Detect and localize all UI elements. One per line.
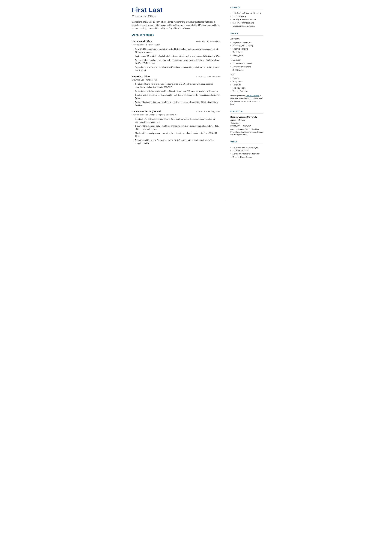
contact-email: email@resumeworded.com [231, 18, 263, 21]
job-2-bullet-3: Created an individualized reintegration … [132, 94, 220, 100]
contact-location: Little Rock, AR (Open to Remote) [231, 12, 263, 15]
job-3-bullet-1: Detained over 780 shoplifters until law … [132, 118, 220, 124]
other-item-4: Security Threat Groups [231, 155, 263, 159]
job-3-bullet-3: Monitored 11 security cameras covering t… [132, 132, 220, 138]
job-3-bullet-4: Detected and blocked traffic routes used… [132, 139, 220, 145]
contact-github: github.com/resumeworded [231, 24, 263, 28]
job-2-company: Growthsi, San Francisco, CA [132, 78, 220, 82]
skill-firearms-handling: Firearms Handling [231, 47, 263, 50]
edu-location: Boston, MA — May 2010 [231, 125, 263, 127]
work-experience-section-title: WORK EXPERIENCE [132, 34, 220, 37]
tools-list: Firearm Body Armor Handcuffs Two-way Rad… [231, 77, 263, 93]
skill-surveillance: Surveillance [231, 50, 263, 54]
education-section-title: EDUCATION [231, 110, 263, 113]
tool-body-armor: Body Armor [231, 80, 263, 83]
other-list: Certified Corrections Manager. Certified… [231, 146, 263, 159]
education-section: EDUCATION Resume Worded University Assoc… [231, 110, 263, 136]
other-item-1: Certified Corrections Manager. [231, 146, 263, 149]
job-3-bullet-2: Observed the shopping activities of 1.3K… [132, 125, 220, 131]
job-2-title: Probation Officer [132, 75, 150, 78]
candidate-title: Correctional Officer [132, 14, 220, 19]
job-1-bullet-2: Implemented 17 institutional policies in… [132, 55, 220, 58]
other-item-2: Certified Jail Officer. [231, 149, 263, 152]
job-1-bullet-4: Supervised the training and certificatio… [132, 66, 220, 72]
job-1-dates: November 2015 – Present [196, 40, 220, 43]
edu-awards: Awards: Resume Worded Teaching Fellow (o… [231, 128, 263, 136]
hard-skills-list: Inspection (Advanced) Patrolling (Experi… [231, 41, 263, 57]
tool-handcuffs: Handcuffs [231, 83, 263, 86]
job-1-bullets: Surveilled 28 dangerous areas within the… [132, 48, 220, 72]
other-item-3: Certified Corrections Supervisor [231, 152, 263, 155]
job-3-company: Resume Worded's Exciting Company, New Yo… [132, 113, 220, 116]
skill-patrolling: Patrolling (Experienced) [231, 44, 263, 47]
technique-self-defense: Self Defense [231, 69, 263, 72]
job-3: Undercover Security Guard June 2010 – Ja… [132, 110, 220, 145]
candidate-summary: Correctional officer with 10 years of ex… [132, 20, 220, 30]
contact-phone: +1-234-456-789 [231, 15, 263, 18]
resume-worded-link[interactable]: Resume Worded [246, 95, 259, 97]
other-section: OTHER Certified Corrections Manager. Cer… [231, 140, 263, 159]
edu-degree: Associate Degree [231, 119, 263, 122]
hard-skills-label: Hard Skills: [231, 37, 263, 40]
tool-security-camera: Security Camera [231, 90, 263, 93]
skills-note-prefix: Don't forget to use [231, 95, 246, 97]
job-3-dates: June 2010 – January 2013 [196, 110, 220, 113]
sidebar: CONTACT Little Rock, AR (Open to Remote)… [226, 0, 267, 201]
tool-firearm: Firearm [231, 77, 263, 80]
job-2-header: Probation Officer June 2013 – October 20… [132, 75, 220, 78]
technique-criminal: Criminal Investigation [231, 65, 263, 68]
job-1-header: Correctional Officer November 2015 – Pre… [132, 40, 220, 43]
skills-section: SKILLS Hard Skills: Inspection (Advanced… [231, 32, 263, 106]
job-1-title: Correctional Officer [132, 40, 153, 43]
other-section-title: OTHER [231, 140, 263, 144]
tool-two-way-radio: Two-way Radio [231, 86, 263, 90]
job-2-bullet-1: Conducted home visits to monitor the com… [132, 83, 220, 89]
resume-page: First Last Correctional Officer Correcti… [125, 0, 267, 201]
job-2-dates: June 2013 – October 2015 [196, 75, 220, 78]
contact-section: CONTACT Little Rock, AR (Open to Remote)… [231, 6, 263, 28]
edu-field: Criminology [231, 122, 263, 125]
job-3-bullets: Detained over 780 shoplifters until law … [132, 118, 220, 145]
contact-linkedin: linkedin.com/in/username [231, 21, 263, 24]
job-2: Probation Officer June 2013 – October 20… [132, 75, 220, 107]
main-column: First Last Correctional Officer Correcti… [125, 0, 226, 201]
skills-note: Don't forget to use Resume Worded to sca… [231, 94, 263, 106]
skill-inspection: Inspection (Advanced) [231, 41, 263, 44]
contact-section-title: CONTACT [231, 6, 263, 10]
edu-school: Resume Worded University [231, 115, 263, 119]
job-2-bullet-2: Supervised the daily operations of 14 of… [132, 90, 220, 93]
job-3-header: Undercover Security Guard June 2010 – Ja… [132, 110, 220, 113]
job-1-bullet-3: Enforced 95% compliance with thorough se… [132, 59, 220, 65]
job-1: Correctional Officer November 2015 – Pre… [132, 40, 220, 72]
job-1-bullet-1: Surveilled 28 dangerous areas within the… [132, 48, 220, 54]
job-2-bullets: Conducted home visits to monitor the com… [132, 83, 220, 107]
job-3-title: Undercover Security Guard [132, 110, 161, 113]
job-1-company: Resume Worded, New York, NY [132, 43, 220, 46]
contact-list: Little Rock, AR (Open to Remote) +1-234-… [231, 12, 263, 28]
job-2-bullet-4: Partnered with neighborhood members to s… [132, 101, 220, 107]
skill-interrogation: Interrogation [231, 54, 263, 57]
tools-label: Tools: [231, 73, 263, 76]
skills-section-title: SKILLS [231, 32, 263, 35]
techniques-label: Techniques: [231, 59, 263, 61]
technique-correctional: Correctional Treatment [231, 62, 263, 65]
techniques-list: Correctional Treatment Criminal Investig… [231, 62, 263, 72]
candidate-name: First Last [132, 6, 220, 14]
